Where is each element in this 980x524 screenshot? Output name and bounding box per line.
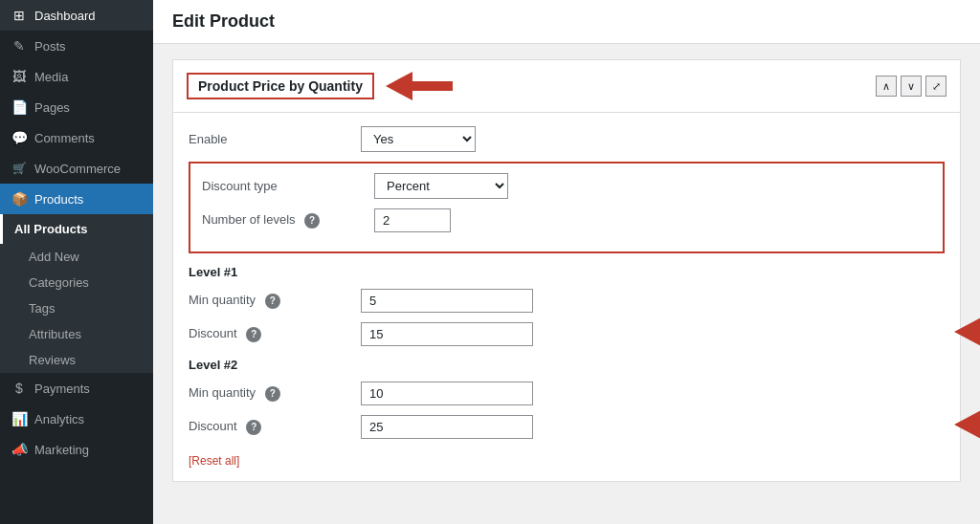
sidebar: ⊞ Dashboard ✎ Posts 🖼 Media 📄 Pages 💬 Co… [0, 0, 153, 524]
sidebar-item-label: Pages [34, 100, 70, 115]
discount-type-value: Percent Fixed [374, 173, 566, 199]
sidebar-item-marketing[interactable]: 📣 Marketing [0, 434, 153, 465]
sidebar-item-label: Payments [34, 382, 90, 396]
reset-all-link[interactable]: [Reset all] [189, 454, 239, 468]
level2-discount-help-icon[interactable]: ? [246, 420, 261, 435]
marketing-icon: 📣 [11, 442, 27, 457]
num-levels-field-row: Number of levels ? 2 [202, 208, 931, 232]
sidebar-item-media[interactable]: 🖼 Media [0, 61, 153, 92]
sidebar-item-label: Comments [34, 131, 95, 145]
level2-min-qty-input[interactable]: 10 [361, 382, 533, 405]
sidebar-item-label: WooCommerce [34, 162, 121, 176]
sidebar-item-label: Marketing [34, 443, 89, 457]
svg-marker-2 [954, 408, 980, 441]
level1-discount-row: Discount ? 15 [189, 322, 945, 346]
level2-discount-input[interactable]: 25 [361, 415, 533, 439]
sidebar-item-pages[interactable]: 📄 Pages [0, 92, 153, 122]
level1-discount-label: Discount ? [189, 326, 361, 342]
analytics-icon: 📊 [11, 411, 27, 426]
sidebar-item-all-products[interactable]: All Products [0, 214, 153, 244]
num-levels-input[interactable]: 2 [374, 208, 451, 232]
sidebar-item-dashboard[interactable]: ⊞ Dashboard [0, 0, 153, 31]
enable-field-row: Enable Yes No [189, 126, 945, 152]
ppq-panel-controls: ∧ ∨ ⤢ [876, 76, 947, 97]
panel-collapse-up-button[interactable]: ∧ [876, 76, 897, 97]
sidebar-item-analytics[interactable]: 📊 Analytics [0, 404, 153, 434]
ppq-title: Product Price by Quantity [187, 73, 374, 99]
sidebar-item-posts[interactable]: ✎ Posts [0, 31, 153, 61]
sidebar-item-reviews[interactable]: Reviews [0, 347, 153, 373]
discount-levels-section: Discount type Percent Fixed Number of le… [189, 162, 945, 253]
num-levels-help-icon[interactable]: ? [304, 213, 320, 229]
sidebar-item-add-new[interactable]: Add New [0, 244, 153, 270]
level1-min-qty-input[interactable]: 5 [361, 289, 533, 313]
ppq-panel-header: Product Price by Quantity ∧ ∨ ⤢ [173, 60, 960, 113]
woocommerce-icon: 🛒 [11, 161, 27, 176]
level1-section: Level #1 Min quantity ? 5 Discount [189, 265, 945, 346]
ppq-panel-body: Enable Yes No Discount type P [173, 113, 960, 481]
discount-type-select[interactable]: Percent Fixed [374, 173, 508, 199]
media-icon: 🖼 [11, 69, 27, 84]
level1-min-qty-label: Min quantity ? [189, 293, 361, 309]
payments-icon: $ [11, 381, 27, 396]
arrow-left-icon [386, 70, 453, 102]
sidebar-item-label: Media [34, 70, 68, 84]
level2-arrow-icon [954, 401, 980, 448]
level1-title: Level #1 [189, 265, 945, 279]
products-icon: 📦 [11, 191, 27, 207]
sidebar-item-payments[interactable]: $ Payments [0, 373, 153, 404]
panel-expand-button[interactable]: ⤢ [925, 76, 947, 97]
level2-title: Level #2 [189, 358, 945, 372]
svg-marker-0 [386, 72, 453, 100]
sidebar-item-products[interactable]: 📦 Products [0, 184, 153, 214]
level2-fields: Min quantity ? 10 Discount ? 25 [189, 382, 945, 439]
sidebar-item-label: Dashboard [34, 9, 96, 23]
comments-icon: 💬 [11, 130, 27, 145]
level1-fields: Min quantity ? 5 Discount ? 15 [189, 289, 945, 346]
level2-min-qty-row: Min quantity ? 10 [189, 382, 945, 405]
sidebar-item-tags[interactable]: Tags [0, 295, 153, 321]
level1-min-qty-help-icon[interactable]: ? [265, 294, 280, 309]
enable-label: Enable [189, 132, 361, 146]
enable-select[interactable]: Yes No [361, 126, 476, 152]
sidebar-item-attributes[interactable]: Attributes [0, 321, 153, 347]
ppq-header-left: Product Price by Quantity [187, 70, 453, 102]
level2-min-qty-help-icon[interactable]: ? [265, 386, 280, 402]
enable-value: Yes No [361, 126, 552, 152]
num-levels-label: Number of levels ? [202, 212, 374, 229]
pages-icon: 📄 [11, 99, 27, 115]
dashboard-icon: ⊞ [11, 8, 27, 23]
level1-arrow-icon [954, 308, 980, 356]
level1-min-qty-row: Min quantity ? 5 [189, 289, 945, 313]
ppq-panel: Product Price by Quantity ∧ ∨ ⤢ Ena [172, 59, 961, 482]
discount-type-field-row: Discount type Percent Fixed [202, 173, 931, 199]
sidebar-item-categories[interactable]: Categories [0, 270, 153, 295]
discount-type-label: Discount type [202, 179, 374, 193]
posts-icon: ✎ [11, 38, 27, 54]
sidebar-item-woocommerce[interactable]: 🛒 WooCommerce [0, 153, 153, 184]
products-submenu: All Products Add New Categories Tags Att… [0, 214, 153, 373]
sidebar-item-label: Analytics [34, 412, 84, 426]
level1-discount-help-icon[interactable]: ? [246, 327, 261, 342]
num-levels-value: 2 [374, 208, 566, 232]
page-title: Edit Product [153, 0, 980, 44]
level2-discount-row: Discount ? 25 [189, 415, 945, 439]
main-content: Edit Product Product Price by Quantity ∧… [153, 0, 980, 524]
svg-marker-1 [954, 316, 980, 348]
main-body: Product Price by Quantity ∧ ∨ ⤢ Ena [153, 44, 980, 509]
panel-collapse-down-button[interactable]: ∨ [901, 76, 922, 97]
level2-section: Level #2 Min quantity ? 10 Discount [189, 358, 945, 439]
sidebar-item-label: Posts [34, 39, 66, 54]
level2-min-qty-label: Min quantity ? [189, 385, 361, 402]
level1-discount-input[interactable]: 15 [361, 322, 533, 346]
level2-discount-label: Discount ? [189, 419, 361, 435]
sidebar-item-comments[interactable]: 💬 Comments [0, 122, 153, 153]
sidebar-item-label: Products [34, 192, 83, 207]
